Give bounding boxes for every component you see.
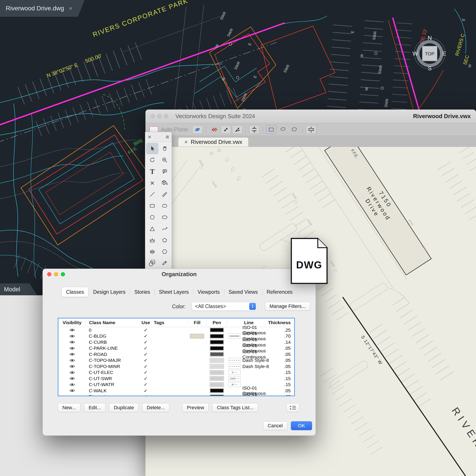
lasso-selection-button[interactable] [277,125,288,134]
visibility-eye-icon[interactable] [70,340,75,344]
visibility-eye-icon[interactable] [70,383,75,386]
regular-polygon-tool[interactable] [158,246,171,257]
visibility-eye-icon[interactable] [70,353,75,356]
use-checkmark[interactable]: ✓ [140,364,151,369]
org-tab-sheet-layers[interactable]: Sheet Layers [154,287,193,297]
pen-swatch[interactable] [210,340,224,344]
use-checkmark[interactable]: ✓ [140,340,151,345]
callout-tool[interactable] [158,166,171,177]
dialog-close-button[interactable] [47,272,51,276]
vwx-document-tab[interactable]: × Riverwood Drive.vwx [178,137,249,147]
org-tab-stories[interactable]: Stories [130,287,154,297]
oval-tool[interactable] [158,212,171,223]
use-checkmark[interactable]: ✓ [140,394,151,396]
class-row[interactable]: C-UT-ELEC ✓ E .15 [58,370,294,376]
window-minimize-button[interactable] [157,114,162,118]
resize-diagonal-button[interactable] [221,125,231,134]
visibility-eye-icon[interactable] [70,359,75,362]
class-table[interactable]: Visibility Class Name Use Tags Fill Pen … [58,318,295,396]
visibility-eye-icon[interactable] [70,371,75,374]
use-checkmark[interactable]: ✓ [140,345,151,351]
org-tab-viewports[interactable]: Viewports [193,287,224,297]
pen-swatch[interactable] [210,370,224,375]
flyover-tool[interactable] [146,154,158,166]
dwg-tab-close-icon[interactable]: × [69,5,72,12]
pen-swatch[interactable] [210,364,224,369]
marquee-selection-button[interactable] [266,125,277,134]
visibility-eye-icon[interactable] [70,365,75,368]
circle-tool[interactable] [146,212,158,223]
preview-button[interactable]: Preview [182,403,209,412]
dialog-minimize-button[interactable] [54,272,58,276]
visibility-eye-icon[interactable] [70,377,75,380]
double-polygon-tool[interactable] [146,246,158,257]
planar-mode-button[interactable] [192,125,203,134]
pen-swatch[interactable] [210,358,224,363]
fill-swatch[interactable] [190,334,204,339]
polygon-selection-button[interactable] [289,125,300,134]
class-row[interactable]: C-UT-SWR ✓ SWR .15 [58,375,294,382]
edit-button[interactable]: Edit... [84,403,105,412]
use-checkmark[interactable]: ✓ [140,352,151,357]
delete-button[interactable]: Delete... [142,403,170,412]
class-filter-list-button[interactable] [287,403,299,412]
datum-offset-button[interactable] [249,125,260,134]
class-row[interactable]: C-TOPO-MAJR ✓ Dash Style-8 .05 [58,357,294,364]
wall-offset-button[interactable] [306,125,316,134]
delete-vertex-tool[interactable]: × [146,177,158,189]
use-checkmark[interactable]: ✓ [140,376,151,381]
pen-swatch[interactable] [210,352,224,357]
class-row[interactable]: Dimension ✓ ISO-01 Continuous .05 [58,394,294,396]
visibility-eye-icon[interactable] [70,347,75,350]
cancel-button[interactable]: Cancel [263,421,287,430]
pen-swatch[interactable] [210,388,224,393]
palette-menu-icon[interactable]: ≡ [166,134,169,140]
use-checkmark[interactable]: ✓ [140,358,151,363]
new-button[interactable]: New... [58,403,80,412]
manage-filters-button[interactable]: Manage Filters... [265,302,310,311]
pen-swatch[interactable] [210,328,224,332]
arc-tool[interactable] [146,223,158,235]
freehand-tool[interactable] [158,223,171,235]
use-checkmark[interactable]: ✓ [140,333,151,339]
pen-swatch[interactable] [210,376,224,381]
org-tab-saved-views[interactable]: Saved Views [224,287,262,297]
road-edge-line[interactable] [343,297,468,476]
double-line-tool[interactable] [158,189,171,200]
class-row[interactable]: C-TOPO-MINR ✓ Dash Style-8 .05 [58,363,294,370]
selection-tool[interactable] [146,143,158,154]
org-tab-references[interactable]: References [262,287,297,297]
org-tab-classes[interactable]: Classes [62,287,89,297]
visibility-eye-icon[interactable] [70,328,75,332]
use-checkmark[interactable]: ✓ [140,382,151,387]
dwg-file-icon[interactable]: DWG [290,237,328,285]
dwg-document-tab[interactable]: Riverwood Drive.dwg × [0,0,85,17]
pen-swatch[interactable] [210,394,224,396]
text-tool[interactable]: T [146,166,158,177]
pan-tool[interactable] [158,143,171,154]
rounded-rectangle-tool[interactable] [158,200,171,212]
compass-control[interactable]: TOP N S W E [412,34,446,72]
vectorworks-titlebar[interactable]: Vectorworks Design Suite 2024 Riverwood … [145,110,476,123]
polygon-tool[interactable] [158,235,171,246]
polyline-tool[interactable] [146,235,158,246]
visibility-eye-icon[interactable] [70,335,75,338]
rectangle-tool[interactable] [146,200,158,212]
ok-button[interactable]: OK [291,421,312,430]
vwx-tab-close-icon[interactable]: × [185,139,188,145]
use-checkmark[interactable]: ✓ [140,327,151,333]
resize-angle-button[interactable] [232,125,243,134]
class-tags-list-button[interactable]: Class Tags List... [212,403,258,412]
visibility-eye-icon[interactable] [70,389,75,392]
class-row[interactable]: C-ROAD ✓ ISO-01 Continuous .05 [58,351,294,357]
zoom-tool[interactable] [158,154,171,166]
pen-swatch[interactable] [210,346,224,351]
pen-swatch[interactable] [210,334,224,339]
pen-swatch[interactable] [210,382,224,387]
class-filter-popup[interactable]: <All Classes> ▲▼ [192,302,257,311]
window-zoom-button[interactable] [164,114,168,118]
constrain-toggle-button[interactable] [209,125,220,134]
extrude-tool[interactable] [158,177,171,189]
use-checkmark[interactable]: ✓ [140,388,151,393]
dialog-zoom-button[interactable] [61,272,65,276]
